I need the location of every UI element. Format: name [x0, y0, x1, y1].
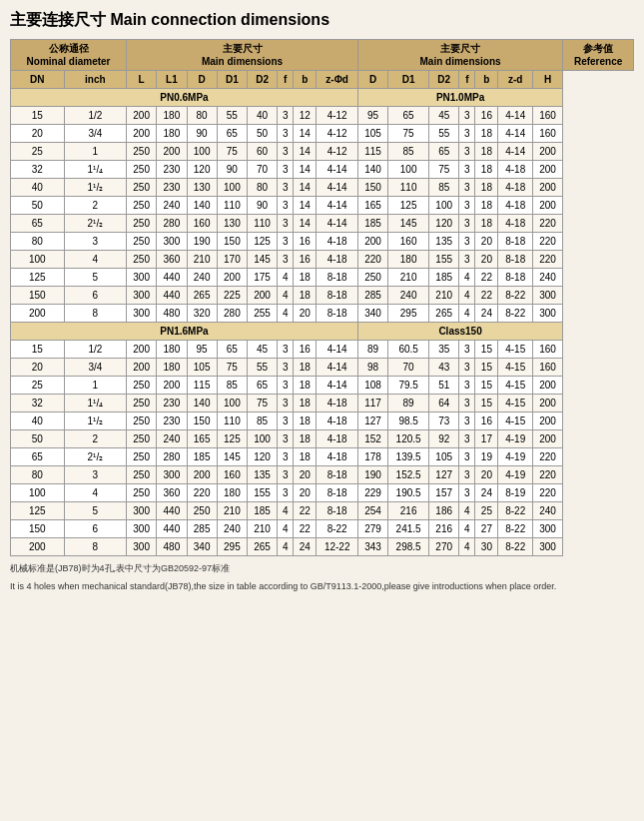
- cell-D1: 200: [217, 269, 247, 287]
- cell-L: 250: [127, 484, 157, 502]
- cell-zd_r: 4-15: [498, 341, 532, 359]
- cell-f_r: 3: [459, 161, 475, 179]
- cell-D: 100: [187, 143, 217, 161]
- cell-b: 18: [294, 359, 317, 377]
- cell-zd_r: 4-18: [498, 215, 532, 233]
- cell-b_r: 30: [475, 538, 498, 556]
- cell-inch: 1/2: [64, 341, 126, 359]
- col-H: H: [532, 71, 562, 89]
- cell-b: 14: [294, 197, 317, 215]
- cell-inch: 8: [64, 305, 126, 323]
- cell-zpd: 4-18: [317, 448, 358, 466]
- cell-dn: 125: [11, 269, 65, 287]
- cell-L: 300: [127, 520, 157, 538]
- cell-H: 200: [532, 412, 562, 430]
- section-header-row: PN0.6MPaPN1.0MPa: [11, 89, 634, 107]
- cell-D: 150: [187, 412, 217, 430]
- cell-D1_r: 85: [388, 143, 429, 161]
- cell-f: 3: [278, 107, 294, 125]
- cell-D2: 110: [247, 215, 277, 233]
- cell-zd_r: 4-15: [498, 359, 532, 377]
- cell-inch: 6: [64, 287, 126, 305]
- cell-b_r: 27: [475, 520, 498, 538]
- cell-dn: 15: [11, 341, 65, 359]
- cell-zpd: 4-12: [317, 107, 358, 125]
- cell-D1_r: 190.5: [388, 484, 429, 502]
- cell-f: 3: [278, 395, 294, 412]
- cell-D2_r: 65: [429, 143, 459, 161]
- cell-D2_r: 135: [429, 233, 459, 251]
- cell-inch: 4: [64, 484, 126, 502]
- table-row: 12553004402502101854228-182542161864258-…: [11, 502, 634, 520]
- cell-f_r: 4: [459, 520, 475, 538]
- cell-D: 140: [187, 197, 217, 215]
- col-L1: L1: [157, 71, 187, 89]
- cell-L1: 180: [157, 125, 187, 143]
- cell-f_r: 4: [459, 502, 475, 520]
- cell-D2: 185: [247, 502, 277, 520]
- cell-f: 3: [278, 466, 294, 484]
- cell-zd_r: 8-22: [498, 287, 532, 305]
- cell-D2_r: 127: [429, 466, 459, 484]
- col-D1: D1: [217, 71, 247, 89]
- cell-D_r: 140: [357, 161, 387, 179]
- cell-H: 160: [532, 125, 562, 143]
- cell-D2_r: 265: [429, 305, 459, 323]
- cell-f_r: 3: [459, 107, 475, 125]
- cell-H: 220: [532, 466, 562, 484]
- table-row: 151/22001808055403124-129565453164-14160: [11, 107, 634, 125]
- cell-D2: 145: [247, 251, 277, 269]
- cell-L: 300: [127, 269, 157, 287]
- cell-D1: 210: [217, 502, 247, 520]
- cell-D: 250: [187, 502, 217, 520]
- cell-dn: 20: [11, 359, 65, 377]
- cell-D2_r: 73: [429, 412, 459, 430]
- cell-D2: 210: [247, 520, 277, 538]
- cell-D_r: 165: [357, 197, 387, 215]
- cell-inch: 2: [64, 430, 126, 448]
- cell-b: 18: [294, 269, 317, 287]
- cell-D1: 180: [217, 484, 247, 502]
- cell-H: 240: [532, 269, 562, 287]
- cell-D1: 75: [217, 359, 247, 377]
- cell-L1: 440: [157, 520, 187, 538]
- cell-L1: 200: [157, 143, 187, 161]
- cell-zpd: 4-18: [317, 233, 358, 251]
- cell-L1: 200: [157, 377, 187, 395]
- cell-D: 210: [187, 251, 217, 269]
- cell-H: 200: [532, 161, 562, 179]
- table-row: 20083004803202802554208-183402952654248-…: [11, 305, 634, 323]
- cell-dn: 32: [11, 395, 65, 412]
- cell-D1_r: 89: [388, 395, 429, 412]
- cell-D_r: 178: [357, 448, 387, 466]
- cell-H: 300: [532, 305, 562, 323]
- cell-b_r: 24: [475, 484, 498, 502]
- table-row: 200830048034029526542412-22343298.527043…: [11, 538, 634, 556]
- cell-zpd: 4-18: [317, 430, 358, 448]
- cell-zd_r: 4-15: [498, 395, 532, 412]
- cell-D: 265: [187, 287, 217, 305]
- cell-H: 200: [532, 179, 562, 197]
- section-label-right: PN1.0MPa: [357, 89, 562, 107]
- cell-b_r: 24: [475, 305, 498, 323]
- table-row: 321¹/₄25023012090703144-14140100753184-1…: [11, 161, 634, 179]
- cell-zpd: 4-18: [317, 251, 358, 269]
- table-row: 5022502401651251003184-18152120.5923174-…: [11, 430, 634, 448]
- cell-b_r: 20: [475, 251, 498, 269]
- cell-D2_r: 51: [429, 377, 459, 395]
- cell-L: 250: [127, 395, 157, 412]
- cell-H: 300: [532, 538, 562, 556]
- cell-f_r: 3: [459, 412, 475, 430]
- cell-b: 18: [294, 448, 317, 466]
- cell-D: 165: [187, 430, 217, 448]
- cell-D1_r: 240: [388, 287, 429, 305]
- cell-H: 160: [532, 341, 562, 359]
- cell-D2_r: 105: [429, 448, 459, 466]
- cell-D: 285: [187, 520, 217, 538]
- cell-D: 80: [187, 107, 217, 125]
- cell-L: 250: [127, 448, 157, 466]
- cell-zd_r: 4-14: [498, 143, 532, 161]
- cell-f: 3: [278, 161, 294, 179]
- cell-H: 200: [532, 430, 562, 448]
- col-D2-r: D2: [429, 71, 459, 89]
